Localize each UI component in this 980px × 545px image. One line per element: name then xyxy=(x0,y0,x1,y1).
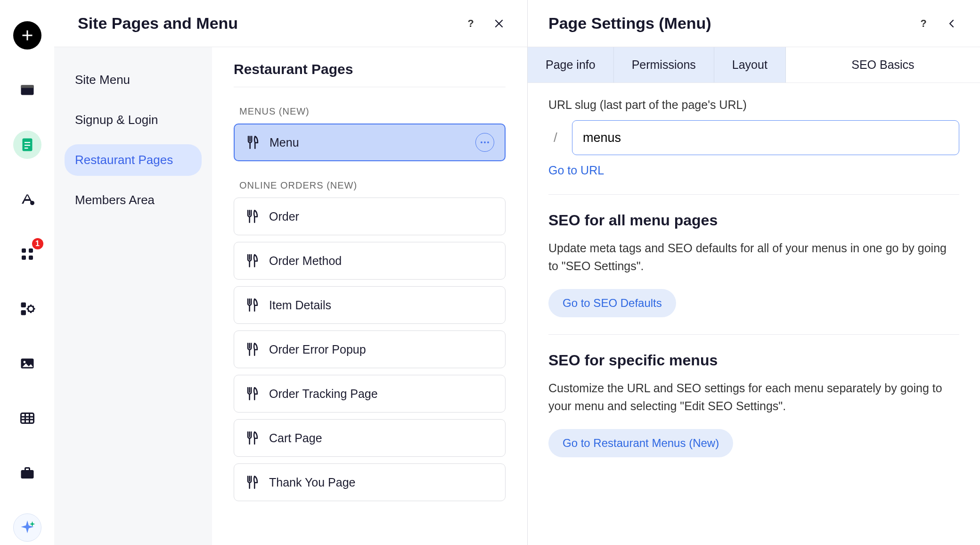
tab-page-info[interactable]: Page info xyxy=(528,47,614,83)
divider xyxy=(548,194,959,195)
restaurant-icon xyxy=(245,297,261,313)
go-to-url-link[interactable]: Go to URL xyxy=(548,164,604,177)
page-item-cart-page[interactable]: Cart Page xyxy=(234,419,506,457)
restaurant-icon xyxy=(245,430,261,446)
restaurant-icon xyxy=(245,341,261,357)
page-item-label: Order Method xyxy=(269,254,342,268)
page-item-order-error-popup[interactable]: Order Error Popup xyxy=(234,330,506,368)
restaurant-icon xyxy=(245,134,261,150)
pages-nav: Site Menu Signup & Login Restaurant Page… xyxy=(54,47,212,545)
pages-list: Restaurant Pages MENUS (NEW) Menu ONLINE… xyxy=(212,47,527,545)
settings-tabs: Page info Permissions Layout SEO Basics xyxy=(528,47,980,83)
left-icon-rail: 1 xyxy=(0,0,54,545)
page-item-label: Order Error Popup xyxy=(269,343,366,356)
page-item-label: Menu xyxy=(270,136,299,149)
nav-members-area[interactable]: Members Area xyxy=(65,184,202,216)
help-icon[interactable] xyxy=(914,14,933,33)
group-menus-label: MENUS (NEW) xyxy=(234,106,506,117)
nav-site-menu[interactable]: Site Menu xyxy=(65,64,202,96)
page-item-item-details[interactable]: Item Details xyxy=(234,286,506,324)
close-icon[interactable] xyxy=(490,14,508,33)
apps-badge: 1 xyxy=(32,238,43,249)
page-item-label: Thank You Page xyxy=(269,476,356,489)
seo-all-body: Update meta tags and SEO defaults for al… xyxy=(548,239,959,275)
divider xyxy=(548,334,959,335)
restaurant-icon xyxy=(245,386,261,402)
go-to-seo-defaults-button[interactable]: Go to SEO Defaults xyxy=(548,289,676,317)
page-item-label: Order Tracking Page xyxy=(269,387,378,401)
media-icon[interactable] xyxy=(13,349,41,378)
site-pages-panel: Site Pages and Menu Site Menu Signup & L… xyxy=(54,0,528,545)
tab-seo-basics[interactable]: SEO Basics xyxy=(786,47,980,83)
tab-layout[interactable]: Layout xyxy=(714,47,786,83)
business-icon[interactable] xyxy=(13,459,41,487)
panel2-title: Page Settings (Menu) xyxy=(548,14,711,33)
group-orders-label: ONLINE ORDERS (NEW) xyxy=(234,180,506,191)
table-icon[interactable] xyxy=(13,404,41,432)
pages-list-title: Restaurant Pages xyxy=(234,61,506,87)
ai-sparkle-icon[interactable] xyxy=(13,513,41,542)
page-item-label: Order xyxy=(269,210,299,223)
page-settings-panel: Page Settings (Menu) Page info Permissio… xyxy=(528,0,980,545)
page-item-label: Item Details xyxy=(269,298,331,312)
nav-restaurant-pages[interactable]: Restaurant Pages xyxy=(65,144,202,176)
restaurant-icon xyxy=(245,208,261,224)
more-icon[interactable] xyxy=(475,133,494,152)
design-icon[interactable] xyxy=(13,185,41,214)
page-item-menu[interactable]: Menu xyxy=(234,124,506,161)
pages-icon[interactable] xyxy=(13,76,41,104)
page-item-label: Cart Page xyxy=(269,431,322,445)
go-to-restaurant-menus-button[interactable]: Go to Restaurant Menus (New) xyxy=(548,429,733,457)
panel1-title: Site Pages and Menu xyxy=(78,14,238,33)
page-item-thank-you[interactable]: Thank You Page xyxy=(234,463,506,501)
seo-all-title: SEO for all menu pages xyxy=(548,212,959,229)
seo-specific-title: SEO for specific menus xyxy=(548,352,959,369)
settings-blocks-icon[interactable] xyxy=(13,295,41,323)
page-item-order-tracking[interactable]: Order Tracking Page xyxy=(234,375,506,413)
tab-permissions[interactable]: Permissions xyxy=(614,47,714,83)
restaurant-icon xyxy=(245,474,261,490)
slug-label: URL slug (last part of the page's URL) xyxy=(548,98,959,112)
help-icon[interactable] xyxy=(461,14,480,33)
back-icon[interactable] xyxy=(942,14,961,33)
page-item-order-method[interactable]: Order Method xyxy=(234,242,506,280)
document-icon[interactable] xyxy=(13,131,41,159)
add-icon[interactable] xyxy=(13,21,41,50)
apps-icon[interactable]: 1 xyxy=(13,240,41,268)
restaurant-icon xyxy=(245,253,261,269)
nav-signup-login[interactable]: Signup & Login xyxy=(65,104,202,136)
slug-slash: / xyxy=(548,130,563,145)
seo-specific-body: Customize the URL and SEO settings for e… xyxy=(548,380,959,415)
page-item-order[interactable]: Order xyxy=(234,198,506,235)
slug-input[interactable] xyxy=(572,120,959,155)
